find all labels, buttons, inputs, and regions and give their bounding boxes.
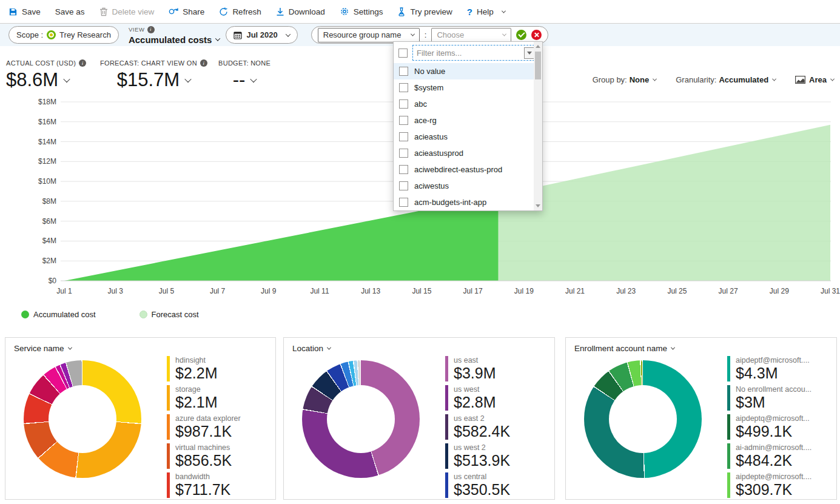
- gear-icon: [340, 7, 349, 16]
- dropdown-item[interactable]: abc: [394, 96, 534, 112]
- granularity-select[interactable]: Granularity:Accumulated: [676, 75, 776, 84]
- legend-accumulated-cost[interactable]: Accumulated cost: [21, 310, 96, 319]
- legend-color-bar: [445, 385, 448, 411]
- legend-color-bar: [727, 356, 730, 381]
- legend-item-value: $856.5K: [175, 452, 232, 469]
- delete-view-button[interactable]: Delete view: [99, 7, 155, 16]
- actual-cost-value[interactable]: $8.6M: [6, 69, 86, 91]
- item-checkbox[interactable]: [399, 99, 408, 109]
- dropdown-item[interactable]: $system: [394, 79, 534, 96]
- location-pivot-select[interactable]: Location: [292, 344, 331, 353]
- help-menu-button[interactable]: ? Help: [467, 7, 505, 17]
- dropdown-item[interactable]: acieastus: [394, 129, 534, 145]
- scroll-down-icon[interactable]: [536, 204, 540, 207]
- service-name-pivot-select[interactable]: Service name: [14, 344, 72, 353]
- dropdown-item[interactable]: ace-rg: [394, 112, 534, 129]
- item-checkbox[interactable]: [399, 116, 408, 125]
- item-checkbox[interactable]: [399, 149, 408, 158]
- dropdown-item[interactable]: aciwebdirect-eastus-prod: [394, 161, 534, 178]
- kpi-actual-cost: ACTUAL COST (USD) $8.6M: [6, 59, 86, 91]
- scroll-up-icon[interactable]: [536, 45, 540, 48]
- budget-value[interactable]: --: [218, 69, 270, 91]
- chevron-down-icon: [327, 346, 331, 350]
- legend-item-label: hdinsight: [175, 356, 217, 365]
- filter-items-input[interactable]: [417, 49, 524, 58]
- download-icon: [276, 7, 284, 16]
- legend-color-bar: [167, 443, 170, 469]
- legend-item-value: $3M: [736, 394, 811, 411]
- item-checkbox[interactable]: [399, 165, 408, 174]
- item-checkbox[interactable]: [399, 132, 408, 141]
- location-legend: us east$3.9Mus west$2.8Mus east 2$582.4K…: [445, 356, 551, 499]
- enrollment-account-pivot-select[interactable]: Enrollment account name: [574, 344, 674, 353]
- scope-org-icon: [47, 30, 56, 39]
- svg-text:Jul 13: Jul 13: [361, 287, 380, 295]
- donut-legend-item: aipdeptf@microsoft....$4.3M: [727, 356, 833, 381]
- dropdown-item-label: acm-budgets-int-app: [414, 198, 486, 207]
- chevron-down-icon: [215, 36, 220, 41]
- dropdown-item[interactable]: acm-budgets-int-app: [394, 194, 534, 210]
- service-name-legend: hdinsight$2.2Mstorage$2.1Mazure data exp…: [167, 356, 272, 499]
- cost-analysis-page: Save Save as Delete view Share Refresh D…: [0, 0, 840, 504]
- try-preview-button[interactable]: Try preview: [397, 7, 452, 16]
- dropdown-item-label: ace-rg: [414, 116, 437, 125]
- dropdown-item[interactable]: aciwestus: [394, 178, 534, 194]
- remove-filter-button[interactable]: [531, 30, 542, 40]
- chevron-down-icon: [830, 77, 835, 81]
- svg-text:$8M: $8M: [42, 197, 56, 206]
- filter-input-icon[interactable]: [524, 47, 534, 59]
- svg-text:$16M: $16M: [38, 118, 56, 126]
- chevron-down-icon: [286, 32, 291, 36]
- legend-forecast-cost[interactable]: Forecast cost: [139, 310, 199, 319]
- dropdown-item[interactable]: No value: [394, 63, 534, 79]
- chevron-down-icon: [184, 76, 191, 82]
- scrollbar-thumb[interactable]: [535, 52, 541, 79]
- legend-item-value: $3.9M: [454, 365, 496, 381]
- scope-picker[interactable]: Scope : Trey Research: [8, 26, 119, 44]
- confirm-filter-button[interactable]: [516, 30, 526, 40]
- download-button[interactable]: Download: [276, 7, 325, 16]
- info-icon: [79, 59, 86, 67]
- forecast-value[interactable]: $15.7M: [100, 69, 207, 91]
- svg-text:Jul 21: Jul 21: [565, 287, 585, 295]
- refresh-button[interactable]: Refresh: [219, 7, 261, 16]
- svg-text:Jul 1: Jul 1: [56, 287, 72, 295]
- svg-text:$18M: $18M: [38, 98, 56, 106]
- group-by-select[interactable]: Group by:None: [593, 75, 657, 84]
- info-icon: [147, 26, 155, 33]
- legend-item-value: $2.1M: [175, 394, 217, 411]
- item-checkbox[interactable]: [399, 83, 408, 92]
- location-donut: [302, 360, 420, 478]
- legend-item-label: us west 2: [454, 443, 510, 452]
- legend-item-label: azure data explorer: [175, 414, 241, 423]
- kpi-forecast: FORECAST: CHART VIEW ON $15.7M: [100, 59, 207, 91]
- dropdown-item-label: acieastus: [414, 132, 448, 141]
- item-checkbox[interactable]: [399, 198, 408, 207]
- dropdown-scrollbar[interactable]: [534, 42, 542, 210]
- settings-button[interactable]: Settings: [340, 7, 383, 16]
- legend-color-bar: [445, 356, 448, 381]
- share-button[interactable]: Share: [169, 7, 204, 16]
- save-button[interactable]: Save: [8, 7, 41, 16]
- filter-value-select[interactable]: Choose: [431, 28, 511, 42]
- dropdown-item[interactable]: acieastusprod: [394, 145, 534, 161]
- svg-text:$6M: $6M: [42, 217, 56, 226]
- legend-color-bar: [727, 443, 730, 469]
- dropdown-item-label: aciwebdirect-eastus-prod: [414, 165, 502, 174]
- item-checkbox[interactable]: [399, 181, 408, 190]
- card-enrollment-account: Enrollment account name aipdeptf@microso…: [565, 337, 837, 500]
- item-checkbox[interactable]: [399, 67, 408, 76]
- chart-type-select[interactable]: Area: [795, 75, 834, 84]
- date-range-picker[interactable]: Jul 2020: [226, 26, 297, 44]
- legend-item-value: $4.3M: [736, 365, 810, 381]
- svg-text:Jul 15: Jul 15: [412, 287, 431, 295]
- svg-text:Jul 27: Jul 27: [719, 287, 738, 295]
- filter-field-select[interactable]: Resource group name: [318, 28, 420, 42]
- svg-text:Jul 5: Jul 5: [159, 287, 175, 295]
- legend-item-label: us east 2: [454, 414, 510, 423]
- view-selector[interactable]: Accumulated costs: [129, 35, 220, 44]
- select-all-checkbox[interactable]: [398, 49, 408, 58]
- save-as-button[interactable]: Save as: [55, 7, 85, 16]
- enrollment-account-legend: aipdeptf@microsoft....$4.3MNo enrollment…: [727, 356, 833, 499]
- legend-color-bar: [445, 472, 448, 498]
